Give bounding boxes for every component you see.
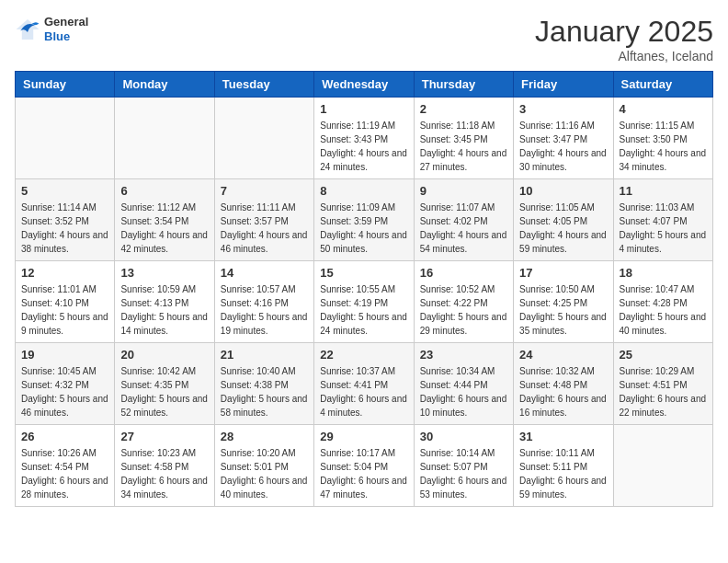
calendar-cell: 23Sunrise: 10:34 AM Sunset: 4:44 PM Dayl…	[414, 343, 513, 425]
day-info: Sunrise: 10:52 AM Sunset: 4:22 PM Daylig…	[420, 282, 507, 338]
day-info: Sunrise: 10:20 AM Sunset: 5:01 PM Daylig…	[221, 446, 308, 501]
day-info: Sunrise: 10:29 AM Sunset: 4:51 PM Daylig…	[620, 364, 707, 419]
calendar-cell: 25Sunrise: 10:29 AM Sunset: 4:51 PM Dayl…	[613, 343, 712, 425]
calendar-cell: 7Sunrise: 11:11 AM Sunset: 3:57 PM Dayli…	[214, 179, 313, 261]
day-info: Sunrise: 10:50 AM Sunset: 4:25 PM Daylig…	[519, 282, 607, 338]
day-info: Sunrise: 10:40 AM Sunset: 4:38 PM Daylig…	[221, 364, 308, 419]
day-number: 9	[420, 184, 507, 198]
day-number: 26	[21, 430, 108, 443]
month-title: January 2025	[535, 15, 713, 49]
day-number: 13	[120, 266, 208, 280]
day-info: Sunrise: 10:32 AM Sunset: 4:48 PM Daylig…	[519, 364, 607, 419]
day-info: Sunrise: 10:59 AM Sunset: 4:13 PM Daylig…	[120, 282, 208, 338]
day-info: Sunrise: 10:17 AM Sunset: 5:04 PM Daylig…	[320, 446, 407, 501]
day-number: 15	[320, 266, 407, 280]
title-block: January 2025 Alftanes, Iceland	[535, 15, 713, 63]
day-number: 16	[420, 266, 507, 280]
calendar-cell: 28Sunrise: 10:20 AM Sunset: 5:01 PM Dayl…	[214, 425, 313, 507]
day-number: 10	[519, 184, 607, 198]
day-info: Sunrise: 10:34 AM Sunset: 4:44 PM Daylig…	[420, 364, 507, 419]
day-number: 31	[519, 430, 607, 443]
logo: General Blue	[15, 15, 88, 43]
day-info: Sunrise: 10:42 AM Sunset: 4:35 PM Daylig…	[120, 364, 208, 419]
day-info: Sunrise: 11:14 AM Sunset: 3:52 PM Daylig…	[21, 201, 108, 256]
calendar-cell: 30Sunrise: 10:14 AM Sunset: 5:07 PM Dayl…	[414, 425, 513, 507]
week-row-2: 5Sunrise: 11:14 AM Sunset: 3:52 PM Dayli…	[16, 179, 713, 261]
day-header-monday: Monday	[115, 72, 214, 98]
day-number: 18	[620, 266, 707, 280]
calendar-cell: 12Sunrise: 11:01 AM Sunset: 4:10 PM Dayl…	[16, 261, 115, 343]
day-number: 20	[120, 348, 208, 362]
day-number: 3	[519, 102, 607, 116]
day-header-friday: Friday	[514, 72, 613, 98]
day-info: Sunrise: 11:19 AM Sunset: 3:43 PM Daylig…	[320, 119, 407, 174]
day-info: Sunrise: 10:26 AM Sunset: 4:54 PM Daylig…	[21, 446, 108, 501]
day-header-tuesday: Tuesday	[214, 72, 313, 98]
calendar-cell: 29Sunrise: 10:17 AM Sunset: 5:04 PM Dayl…	[314, 425, 414, 507]
day-info: Sunrise: 11:15 AM Sunset: 3:50 PM Daylig…	[620, 119, 707, 174]
day-number: 17	[519, 266, 607, 280]
day-number: 23	[420, 348, 507, 362]
calendar-cell: 20Sunrise: 10:42 AM Sunset: 4:35 PM Dayl…	[115, 343, 214, 425]
day-number: 24	[519, 348, 607, 362]
week-row-1: 1Sunrise: 11:19 AM Sunset: 3:43 PM Dayli…	[16, 98, 713, 179]
calendar-cell: 6Sunrise: 11:12 AM Sunset: 3:54 PM Dayli…	[115, 179, 214, 261]
day-number: 14	[221, 266, 308, 280]
day-number: 28	[221, 430, 308, 443]
day-number: 11	[620, 184, 707, 198]
day-header-saturday: Saturday	[613, 72, 712, 98]
calendar-cell: 9Sunrise: 11:07 AM Sunset: 4:02 PM Dayli…	[414, 179, 513, 261]
calendar-cell	[613, 425, 712, 507]
day-info: Sunrise: 10:55 AM Sunset: 4:19 PM Daylig…	[320, 282, 407, 338]
calendar-cell: 5Sunrise: 11:14 AM Sunset: 3:52 PM Dayli…	[16, 179, 115, 261]
day-info: Sunrise: 10:37 AM Sunset: 4:41 PM Daylig…	[320, 364, 407, 419]
day-info: Sunrise: 10:14 AM Sunset: 5:07 PM Daylig…	[420, 446, 507, 501]
day-number: 6	[120, 184, 208, 198]
calendar-cell: 17Sunrise: 10:50 AM Sunset: 4:25 PM Dayl…	[514, 261, 613, 343]
day-number: 30	[420, 430, 507, 443]
calendar-cell	[115, 98, 214, 179]
day-info: Sunrise: 10:47 AM Sunset: 4:28 PM Daylig…	[620, 282, 707, 338]
calendar-cell: 15Sunrise: 10:55 AM Sunset: 4:19 PM Dayl…	[314, 261, 414, 343]
calendar-cell: 4Sunrise: 11:15 AM Sunset: 3:50 PM Dayli…	[613, 98, 712, 179]
day-number: 27	[120, 430, 208, 443]
calendar-cell: 26Sunrise: 10:26 AM Sunset: 4:54 PM Dayl…	[16, 425, 115, 507]
day-header-wednesday: Wednesday	[314, 72, 414, 98]
calendar-cell: 18Sunrise: 10:47 AM Sunset: 4:28 PM Dayl…	[613, 261, 712, 343]
calendar-cell: 10Sunrise: 11:05 AM Sunset: 4:05 PM Dayl…	[514, 179, 613, 261]
week-row-4: 19Sunrise: 10:45 AM Sunset: 4:32 PM Dayl…	[16, 343, 713, 425]
day-info: Sunrise: 11:11 AM Sunset: 3:57 PM Daylig…	[221, 201, 308, 256]
day-number: 29	[320, 430, 407, 443]
day-info: Sunrise: 11:16 AM Sunset: 3:47 PM Daylig…	[519, 119, 607, 174]
day-number: 22	[320, 348, 407, 362]
day-info: Sunrise: 11:12 AM Sunset: 3:54 PM Daylig…	[120, 201, 208, 256]
day-header-thursday: Thursday	[414, 72, 513, 98]
calendar-cell: 21Sunrise: 10:40 AM Sunset: 4:38 PM Dayl…	[214, 343, 313, 425]
calendar-cell: 16Sunrise: 10:52 AM Sunset: 4:22 PM Dayl…	[414, 261, 513, 343]
logo-icon	[15, 17, 40, 42]
day-number: 7	[221, 184, 308, 198]
calendar-cell: 13Sunrise: 10:59 AM Sunset: 4:13 PM Dayl…	[115, 261, 214, 343]
day-info: Sunrise: 10:11 AM Sunset: 5:11 PM Daylig…	[519, 446, 607, 501]
calendar-cell: 31Sunrise: 10:11 AM Sunset: 5:11 PM Dayl…	[514, 425, 613, 507]
week-row-5: 26Sunrise: 10:26 AM Sunset: 4:54 PM Dayl…	[16, 425, 713, 507]
day-info: Sunrise: 10:45 AM Sunset: 4:32 PM Daylig…	[21, 364, 108, 419]
calendar-cell: 27Sunrise: 10:23 AM Sunset: 4:58 PM Dayl…	[115, 425, 214, 507]
calendar-cell: 3Sunrise: 11:16 AM Sunset: 3:47 PM Dayli…	[514, 98, 613, 179]
logo-text: General Blue	[44, 15, 88, 43]
day-number: 12	[21, 266, 108, 280]
calendar-cell: 22Sunrise: 10:37 AM Sunset: 4:41 PM Dayl…	[314, 343, 414, 425]
day-number: 8	[320, 184, 407, 198]
days-header-row: SundayMondayTuesdayWednesdayThursdayFrid…	[16, 72, 713, 98]
calendar-cell: 2Sunrise: 11:18 AM Sunset: 3:45 PM Dayli…	[414, 98, 513, 179]
day-number: 19	[21, 348, 108, 362]
calendar-cell: 1Sunrise: 11:19 AM Sunset: 3:43 PM Dayli…	[314, 98, 414, 179]
day-info: Sunrise: 11:01 AM Sunset: 4:10 PM Daylig…	[21, 282, 108, 338]
calendar-cell: 11Sunrise: 11:03 AM Sunset: 4:07 PM Dayl…	[613, 179, 712, 261]
day-info: Sunrise: 11:09 AM Sunset: 3:59 PM Daylig…	[320, 201, 407, 256]
day-number: 21	[221, 348, 308, 362]
day-info: Sunrise: 11:05 AM Sunset: 4:05 PM Daylig…	[519, 201, 607, 256]
calendar-cell: 24Sunrise: 10:32 AM Sunset: 4:48 PM Dayl…	[514, 343, 613, 425]
day-number: 25	[620, 348, 707, 362]
day-info: Sunrise: 11:03 AM Sunset: 4:07 PM Daylig…	[620, 201, 707, 256]
